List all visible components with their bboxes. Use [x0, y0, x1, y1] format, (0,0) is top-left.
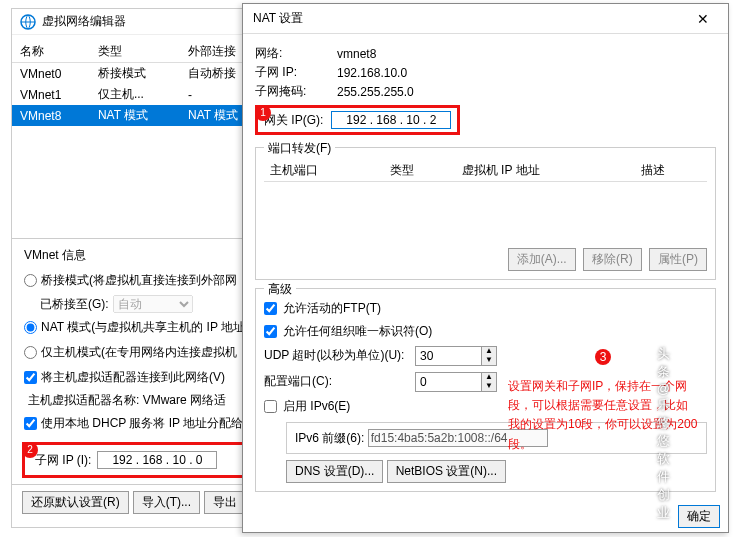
port-forward-table: 主机端口 类型 虚拟机 IP 地址 描述	[264, 160, 707, 242]
spin-down-icon[interactable]: ▼	[482, 382, 496, 391]
radio-hostonly[interactable]	[24, 346, 37, 359]
hostonly-mode-radio[interactable]: 仅主机模式(在专用网络内连接虚拟机	[12, 340, 270, 365]
virtual-network-editor-window: 虚拟网络编辑器 名称 类型 外部连接 VMnet0 桥接模式 自动桥接 VMne…	[11, 8, 271, 528]
nat-mode-radio[interactable]: NAT 模式(与虚拟机共享主机的 IP 地址	[12, 315, 270, 340]
nat-footer: 确定 头条 @乐悠悠软件创业	[678, 505, 720, 528]
subnet-ip-label: 子网 IP:	[255, 64, 325, 81]
vne-button-row: 还原默认设置(R) 导入(T)... 导出	[12, 484, 270, 520]
gateway-ip-input[interactable]	[331, 111, 451, 129]
export-button[interactable]: 导出	[204, 491, 246, 514]
nat-settings-dialog: NAT 设置 ✕ 网络:vmnet8 子网 IP:192.168.10.0 子网…	[242, 3, 729, 533]
port-forward-group: 端口转发(F) 主机端口 类型 虚拟机 IP 地址 描述 添加(A)... 移除…	[255, 147, 716, 280]
network-label: 网络:	[255, 45, 325, 62]
pf-button-row: 添加(A)... 移除(R) 属性(P)	[264, 242, 707, 271]
bridge-mode-radio[interactable]: 桥接模式(将虚拟机直接连接到外部网	[12, 268, 270, 293]
close-icon[interactable]: ✕	[688, 11, 718, 27]
annotation-badge-2: 2	[22, 442, 38, 458]
gateway-ip-block: 1 网关 IP(G):	[255, 105, 460, 135]
nat-titlebar: NAT 设置 ✕	[243, 4, 728, 34]
config-port-input[interactable]	[416, 373, 481, 391]
bridged-to-select: 自动	[113, 295, 193, 313]
network-value: vmnet8	[337, 47, 376, 61]
subnet-ip-input[interactable]	[97, 451, 217, 469]
radio-bridge[interactable]	[24, 274, 37, 287]
ok-button[interactable]: 确定	[678, 505, 720, 528]
annotation-badge-1: 1	[255, 105, 271, 121]
subnet-label: 子网 IP (I):	[35, 452, 91, 469]
import-button[interactable]: 导入(T)...	[133, 491, 200, 514]
dns-settings-button[interactable]: DNS 设置(D)...	[286, 460, 383, 483]
ftp-check-row[interactable]: 允许活动的FTP(T)	[264, 297, 707, 320]
pf-col-vmip[interactable]: 虚拟机 IP 地址	[456, 160, 635, 182]
vmnet-info-label: VMnet 信息	[12, 238, 270, 268]
properties-button: 属性(P)	[649, 248, 707, 271]
pf-col-desc[interactable]: 描述	[635, 160, 707, 182]
checkbox-ipv6[interactable]	[264, 400, 277, 413]
table-row[interactable]: VMnet0 桥接模式 自动桥接	[12, 63, 270, 85]
table-row[interactable]: VMnet1 仅主机... -	[12, 84, 270, 105]
pf-col-type[interactable]: 类型	[384, 160, 456, 182]
subnet-mask-value: 255.255.255.0	[337, 85, 414, 99]
network-icon	[20, 14, 36, 30]
remove-button: 移除(R)	[583, 248, 642, 271]
gateway-ip-label: 网关 IP(G):	[264, 112, 323, 129]
config-port-label: 配置端口(C):	[264, 373, 409, 390]
adapter-name-label: 主机虚拟适配器名称: VMware 网络适	[12, 390, 270, 411]
bridged-to-row: 已桥接至(G): 自动	[12, 293, 270, 315]
radio-nat[interactable]	[24, 321, 37, 334]
nat-title: NAT 设置	[253, 10, 303, 27]
table-row[interactable]	[264, 182, 707, 242]
org-id-check-row[interactable]: 允许任何组织唯一标识符(O)	[264, 320, 707, 343]
udp-timeout-input[interactable]	[416, 347, 481, 365]
ipv6-prefix-label: IPv6 前缀(6):	[295, 431, 364, 445]
netbios-settings-button[interactable]: NetBIOS 设置(N)...	[387, 460, 506, 483]
advanced-title: 高级	[264, 281, 296, 298]
vne-titlebar: 虚拟网络编辑器	[12, 9, 270, 35]
subnet-mask-label: 子网掩码:	[255, 83, 325, 100]
subnet-ip-value: 192.168.10.0	[337, 66, 407, 80]
watermark: 头条 @乐悠悠软件创业	[657, 345, 670, 522]
annotation-badge-3: 3	[595, 349, 611, 365]
udp-timeout-label: UDP 超时(以秒为单位)(U):	[264, 347, 409, 364]
restore-defaults-button[interactable]: 还原默认设置(R)	[22, 491, 129, 514]
checkbox-ftp[interactable]	[264, 302, 277, 315]
checkbox-connect[interactable]	[24, 371, 37, 384]
checkbox-org[interactable]	[264, 325, 277, 338]
connect-adapter-check[interactable]: 将主机虚拟适配器连接到此网络(V)	[12, 365, 270, 390]
dns-button-row: DNS 设置(D)... NetBIOS 设置(N)...	[264, 454, 707, 483]
vmnet-table: 名称 类型 外部连接 VMnet0 桥接模式 自动桥接 VMnet1 仅主机..…	[12, 41, 270, 126]
col-name[interactable]: 名称	[12, 41, 90, 63]
table-row[interactable]: VMnet8 NAT 模式 NAT 模式	[12, 105, 270, 126]
col-type[interactable]: 类型	[90, 41, 180, 63]
pf-col-hostport[interactable]: 主机端口	[264, 160, 384, 182]
vne-title: 虚拟网络编辑器	[42, 13, 126, 30]
add-button[interactable]: 添加(A)...	[508, 248, 576, 271]
dhcp-check[interactable]: 使用本地 DHCP 服务将 IP 地址分配给	[12, 411, 270, 436]
port-forward-title: 端口转发(F)	[264, 140, 335, 157]
subnet-ip-row: 2 子网 IP (I):	[22, 442, 260, 478]
checkbox-dhcp[interactable]	[24, 417, 37, 430]
spin-down-icon[interactable]: ▼	[482, 356, 496, 365]
